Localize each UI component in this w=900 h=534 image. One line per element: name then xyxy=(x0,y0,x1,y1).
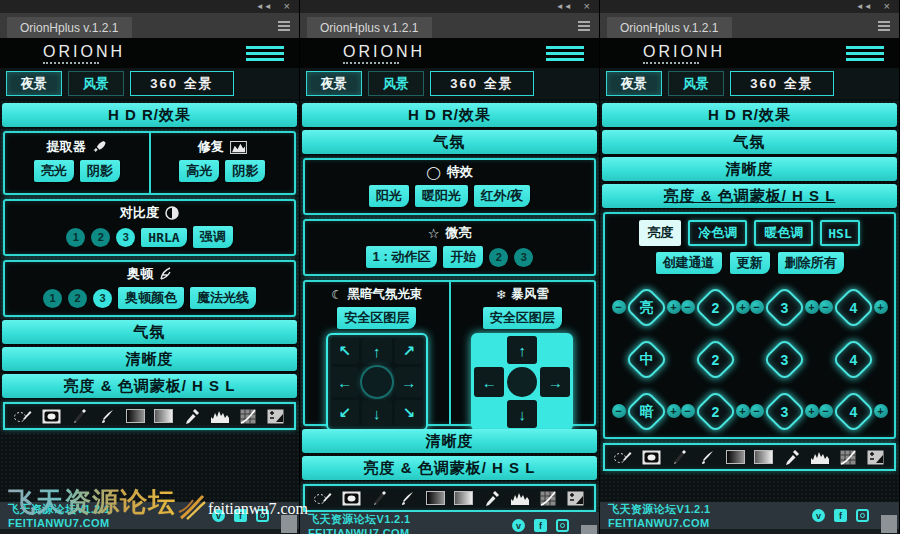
plus-button[interactable]: + xyxy=(874,404,888,418)
vimeo-icon[interactable]: v xyxy=(512,519,525,532)
section-atmosphere[interactable]: 气氛 xyxy=(602,130,897,154)
mask-diamond-mid-2[interactable]: 2 xyxy=(693,337,737,381)
collapse-panel-icon[interactable]: ◄◄ xyxy=(556,3,572,11)
storm-up-arrow[interactable]: ↑ xyxy=(507,336,537,364)
tool-vignette-icon[interactable] xyxy=(40,407,62,425)
contrast-preset-2[interactable]: 2 xyxy=(91,228,110,247)
section-clarity[interactable]: 清晰度 xyxy=(2,347,297,371)
plus-button[interactable]: + xyxy=(667,300,681,314)
magic-light-button[interactable]: 魔法光线 xyxy=(190,287,256,309)
tool-paint-brush-icon[interactable] xyxy=(96,407,118,425)
storm-down-arrow[interactable]: ↓ xyxy=(507,400,537,428)
vimeo-icon[interactable]: v xyxy=(212,509,225,522)
tool-levels-icon[interactable] xyxy=(865,448,887,466)
panel-window-tab[interactable]: OrionHplus v.1.2.1 xyxy=(607,17,732,38)
minus-button[interactable]: − xyxy=(750,404,764,418)
orton-preset-3[interactable]: 3 xyxy=(93,289,112,308)
close-panel-icon[interactable]: × xyxy=(884,1,890,12)
tab-360-pano[interactable]: 360 全景 xyxy=(730,71,834,96)
contrast-preset-1[interactable]: 1 xyxy=(66,228,85,247)
plus-button[interactable]: + xyxy=(736,404,750,418)
section-clarity[interactable]: 清晰度 xyxy=(602,157,897,181)
plus-button[interactable]: + xyxy=(805,300,819,314)
section-hdr-effects[interactable]: H D R/效果 xyxy=(302,103,597,127)
highlight-button[interactable]: 高光 xyxy=(179,160,219,182)
tool-eyedropper-icon[interactable] xyxy=(781,448,803,466)
beam-up-right-arrow[interactable]: ↗ xyxy=(395,338,423,364)
shadow-button[interactable]: 阴影 xyxy=(80,160,120,182)
beam-down-right-arrow[interactable]: ↘ xyxy=(395,400,423,426)
minus-button[interactable]: − xyxy=(612,404,626,418)
tool-gradient-dark-icon[interactable] xyxy=(424,489,446,507)
tab-night[interactable]: 夜景 xyxy=(606,71,662,96)
tab-landscape[interactable]: 风景 xyxy=(368,71,424,96)
facebook-icon[interactable]: f xyxy=(534,519,547,532)
tab-landscape[interactable]: 风景 xyxy=(668,71,724,96)
action-zone-button[interactable]: 1 : 动作区 xyxy=(366,246,438,268)
plus-button[interactable]: + xyxy=(667,404,681,418)
panel-resize-handle[interactable] xyxy=(881,515,897,533)
section-clarity[interactable]: 清晰度 xyxy=(302,429,597,453)
mask-diamond-dark[interactable]: 暗 xyxy=(624,389,668,433)
update-button[interactable]: 更新 xyxy=(730,252,770,274)
collapse-panel-icon[interactable]: ◄◄ xyxy=(256,3,272,11)
storm-right-arrow[interactable]: → xyxy=(540,367,570,397)
tab-360-pano[interactable]: 360 全景 xyxy=(430,71,534,96)
instagram-icon[interactable] xyxy=(856,509,869,522)
minus-button[interactable]: − xyxy=(681,300,695,314)
tool-histogram-icon[interactable] xyxy=(809,448,831,466)
instagram-icon[interactable] xyxy=(556,519,569,532)
tool-curves-icon[interactable] xyxy=(537,489,559,507)
tool-levels-icon[interactable] xyxy=(565,489,587,507)
create-channel-button[interactable]: 创建通道 xyxy=(656,252,722,274)
panel-resize-handle[interactable] xyxy=(281,515,297,533)
facebook-icon[interactable]: f xyxy=(834,509,847,522)
mask-tab-cool-tone[interactable]: 冷色调 xyxy=(688,220,747,246)
section-luminosity-hsl[interactable]: 亮度 & 色调蒙板/ H S L xyxy=(2,374,297,398)
menu-icon[interactable] xyxy=(546,46,584,61)
start-button[interactable]: 开始 xyxy=(443,246,483,268)
tool-eyedropper-icon[interactable] xyxy=(481,489,503,507)
minus-button[interactable]: − xyxy=(819,404,833,418)
tab-night[interactable]: 夜景 xyxy=(306,71,362,96)
mask-tab-warm-tone[interactable]: 暖色调 xyxy=(754,220,813,246)
plus-button[interactable]: + xyxy=(805,404,819,418)
emphasis-button[interactable]: 强调 xyxy=(193,226,233,248)
beam-down-arrow[interactable]: ↓ xyxy=(362,400,392,426)
orton-color-button[interactable]: 奥顿颜色 xyxy=(118,287,184,309)
panel-window-tab[interactable]: OrionHplus v.1.2.1 xyxy=(307,17,432,38)
tool-selection-brush-icon[interactable] xyxy=(12,407,34,425)
close-panel-icon[interactable]: × xyxy=(284,1,290,12)
orton-preset-2[interactable]: 2 xyxy=(68,289,87,308)
mask-diamond-dark-4[interactable]: 4 xyxy=(831,389,875,433)
beam-up-arrow[interactable]: ↑ xyxy=(362,338,392,364)
hrla-button[interactable]: HRLA xyxy=(141,228,186,247)
vimeo-icon[interactable]: v xyxy=(812,509,825,522)
beam-right-arrow[interactable]: → xyxy=(395,367,423,397)
bright-light-button[interactable]: 亮光 xyxy=(34,160,74,182)
section-hdr-effects[interactable]: H D R/效果 xyxy=(2,103,297,127)
storm-left-arrow[interactable]: ← xyxy=(474,367,504,397)
tool-gradient-light-icon[interactable] xyxy=(453,489,475,507)
shadow-repair-button[interactable]: 阴影 xyxy=(225,160,265,182)
warm-sunlight-button[interactable]: 暖阳光 xyxy=(415,185,468,207)
tool-vignette-icon[interactable] xyxy=(640,448,662,466)
mask-diamond-mid[interactable]: 中 xyxy=(624,337,668,381)
tool-eyedropper-icon[interactable] xyxy=(181,407,203,425)
section-luminosity-hsl[interactable]: 亮度 & 色调蒙板/ H S L xyxy=(302,456,597,480)
storm-safe-zone-button[interactable]: 安全区图层 xyxy=(483,307,562,329)
menu-icon[interactable] xyxy=(246,46,284,61)
tool-histogram-icon[interactable] xyxy=(209,407,231,425)
minus-button[interactable]: − xyxy=(750,300,764,314)
mask-diamond-dark-2[interactable]: 2 xyxy=(693,389,737,433)
beam-safe-zone-button[interactable]: 安全区图层 xyxy=(337,307,416,329)
panel-window-tab[interactable]: OrionHplus v.1.2.1 xyxy=(7,17,132,38)
instagram-icon[interactable] xyxy=(256,509,269,522)
mask-tab-hsl[interactable]: HSL xyxy=(820,220,859,246)
mask-diamond-bright-4[interactable]: 4 xyxy=(831,285,875,329)
tool-selection-brush-icon[interactable] xyxy=(612,448,634,466)
delete-all-button[interactable]: 删除所有 xyxy=(778,252,844,274)
beam-down-left-arrow[interactable]: ↙ xyxy=(331,400,359,426)
minus-button[interactable]: − xyxy=(681,404,695,418)
tool-vignette-icon[interactable] xyxy=(340,489,362,507)
